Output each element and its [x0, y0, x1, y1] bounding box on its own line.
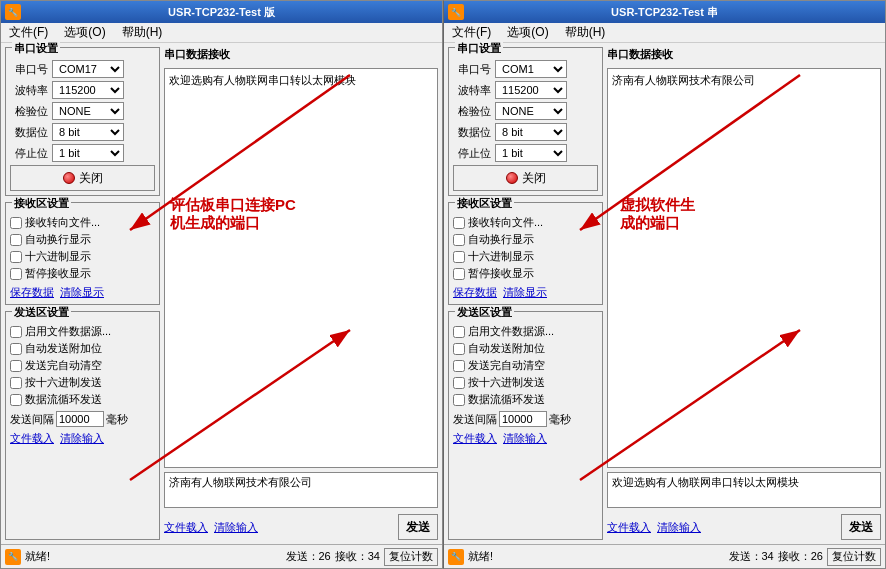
send-opt-label-3-2: 按十六进制发送: [468, 375, 545, 390]
bottom-links-2: 文件载入 清除输入: [607, 520, 701, 535]
window-title-2: USR-TCP232-Test 串: [611, 5, 718, 20]
menubar-1: 文件(F) 选项(O) 帮助(H): [1, 23, 442, 43]
serial-settings-title-2: 串口设置: [455, 41, 503, 56]
parity-row-1: 检验位 NONE: [10, 102, 155, 120]
parity-select-1[interactable]: NONE: [52, 102, 124, 120]
baud-select-2[interactable]: 115200: [495, 81, 567, 99]
parity-label-1: 检验位: [10, 104, 48, 119]
port-select-1[interactable]: COM17: [52, 60, 124, 78]
bottom-links-1: 文件载入 清除输入: [164, 520, 258, 535]
titlebar-2: 🔧 USR-TCP232-Test 串: [444, 1, 885, 23]
clear-input-link-2[interactable]: 清除输入: [657, 520, 701, 535]
send-opt-label-4-2: 数据流循环发送: [468, 392, 545, 407]
send-cb-1-2[interactable]: [453, 343, 465, 355]
recv-area-label-1: 串口数据接收: [164, 47, 438, 62]
port-label-1: 串口号: [10, 62, 48, 77]
port-select-2[interactable]: COM1: [495, 60, 567, 78]
window-1: 🔧 USR-TCP232-Test 版 文件(F) 选项(O) 帮助(H) 串口…: [0, 0, 443, 569]
recv-cb-3-2[interactable]: [453, 268, 465, 280]
menu-file-2[interactable]: 文件(F): [448, 23, 495, 42]
port-row-2: 串口号 COM1: [453, 60, 598, 78]
left-panel-2: 串口设置 串口号 COM1 波特率 115200 检验位: [448, 47, 603, 540]
status-icon-2: 🔧: [448, 549, 464, 565]
baud-select-1[interactable]: 115200: [52, 81, 124, 99]
send-cb-4-1[interactable]: [10, 394, 22, 406]
serial-settings-group-2: 串口设置 串口号 COM1 波特率 115200 检验位: [448, 47, 603, 196]
recv-opt-2-2: 十六进制显示: [453, 249, 598, 264]
file-load-link-1[interactable]: 文件载入: [164, 520, 208, 535]
send-cb-4-2[interactable]: [453, 394, 465, 406]
close-btn-2[interactable]: 关闭: [453, 165, 598, 191]
send-area-1[interactable]: 济南有人物联网技术有限公司: [164, 472, 438, 508]
recv-opt-label-3-2: 暂停接收显示: [468, 266, 534, 281]
close-btn-1[interactable]: 关闭: [10, 165, 155, 191]
menu-help-1[interactable]: 帮助(H): [118, 23, 167, 42]
reset-btn-1[interactable]: 复位计数: [384, 548, 438, 566]
load-link-1[interactable]: 文件载入: [10, 431, 54, 446]
send-cb-2-2[interactable]: [453, 360, 465, 372]
send-area-2[interactable]: 欢迎选购有人物联网串口转以太网模块: [607, 472, 881, 508]
save-link-2[interactable]: 保存数据: [453, 285, 497, 300]
send-row-2: 文件载入 清除输入 发送: [607, 514, 881, 540]
reset-btn-2[interactable]: 复位计数: [827, 548, 881, 566]
recv-opt-0-1: 接收转向文件...: [10, 215, 155, 230]
stop-row-1: 停止位 1 bit: [10, 144, 155, 162]
recv-opt-2-1: 十六进制显示: [10, 249, 155, 264]
right-panel-1: 串口数据接收 欢迎选购有人物联网串口转以太网模块 济南有人物联网技术有限公司 文…: [164, 47, 438, 540]
stat-recv-1: 接收：34: [335, 549, 380, 564]
send-cb-1-1[interactable]: [10, 343, 22, 355]
recv-settings-title-1: 接收区设置: [12, 196, 71, 211]
recv-cb-3-1[interactable]: [10, 268, 22, 280]
send-cb-0-2[interactable]: [453, 326, 465, 338]
send-interval-row-1: 发送间隔 毫秒: [10, 411, 155, 427]
menu-file-1[interactable]: 文件(F): [5, 23, 52, 42]
recv-cb-2-2[interactable]: [453, 251, 465, 263]
data-select-2[interactable]: 8 bit: [495, 123, 567, 141]
recv-area-label-2: 串口数据接收: [607, 47, 881, 62]
recv-settings-group-1: 接收区设置 接收转向文件... 自动换行显示 十六进制显示: [5, 202, 160, 305]
recv-cb-0-2[interactable]: [453, 217, 465, 229]
send-opt-0-1: 启用文件数据源...: [10, 324, 155, 339]
send-cb-3-1[interactable]: [10, 377, 22, 389]
statusbar-1: 🔧 就绪! 发送：26 接收：34 复位计数: [1, 544, 442, 568]
load-link-2[interactable]: 文件载入: [453, 431, 497, 446]
send-opt-3-2: 按十六进制发送: [453, 375, 598, 390]
right-panel-2: 串口数据接收 济南有人物联网技术有限公司 欢迎选购有人物联网串口转以太网模块 文…: [607, 47, 881, 540]
send-text-1: 济南有人物联网技术有限公司: [169, 476, 312, 488]
menu-help-2[interactable]: 帮助(H): [561, 23, 610, 42]
stat-recv-2: 接收：26: [778, 549, 823, 564]
recv-cb-0-1[interactable]: [10, 217, 22, 229]
baud-row-1: 波特率 115200: [10, 81, 155, 99]
clear-link-2[interactable]: 清除显示: [503, 285, 547, 300]
send-cb-2-1[interactable]: [10, 360, 22, 372]
send-button-1[interactable]: 发送: [398, 514, 438, 540]
recv-cb-2-1[interactable]: [10, 251, 22, 263]
red-dot-icon-1: [63, 172, 75, 184]
send-button-2[interactable]: 发送: [841, 514, 881, 540]
send-opt-label-0-1: 启用文件数据源...: [25, 324, 111, 339]
send-cb-3-2[interactable]: [453, 377, 465, 389]
parity-select-2[interactable]: NONE: [495, 102, 567, 120]
stop-select-2[interactable]: 1 bit: [495, 144, 567, 162]
recv-opt-label-2-1: 十六进制显示: [25, 249, 91, 264]
menu-options-1[interactable]: 选项(O): [60, 23, 109, 42]
stop-select-1[interactable]: 1 bit: [52, 144, 124, 162]
menu-options-2[interactable]: 选项(O): [503, 23, 552, 42]
clear-link-1[interactable]: 清除显示: [60, 285, 104, 300]
send-cb-0-1[interactable]: [10, 326, 22, 338]
send-clear-link-2[interactable]: 清除输入: [503, 431, 547, 446]
interval-label-1: 发送间隔: [10, 412, 54, 427]
interval-input-1[interactable]: [56, 411, 104, 427]
data-select-1[interactable]: 8 bit: [52, 123, 124, 141]
recv-cb-1-2[interactable]: [453, 234, 465, 246]
status-text-2: 就绪!: [468, 549, 725, 564]
file-load-link-2[interactable]: 文件载入: [607, 520, 651, 535]
save-link-1[interactable]: 保存数据: [10, 285, 54, 300]
recv-cb-1-1[interactable]: [10, 234, 22, 246]
interval-input-2[interactable]: [499, 411, 547, 427]
stop-label-1: 停止位: [10, 146, 48, 161]
clear-input-link-1[interactable]: 清除输入: [214, 520, 258, 535]
send-opt-label-4-1: 数据流循环发送: [25, 392, 102, 407]
send-opt-label-1-1: 自动发送附加位: [25, 341, 102, 356]
send-clear-link-1[interactable]: 清除输入: [60, 431, 104, 446]
